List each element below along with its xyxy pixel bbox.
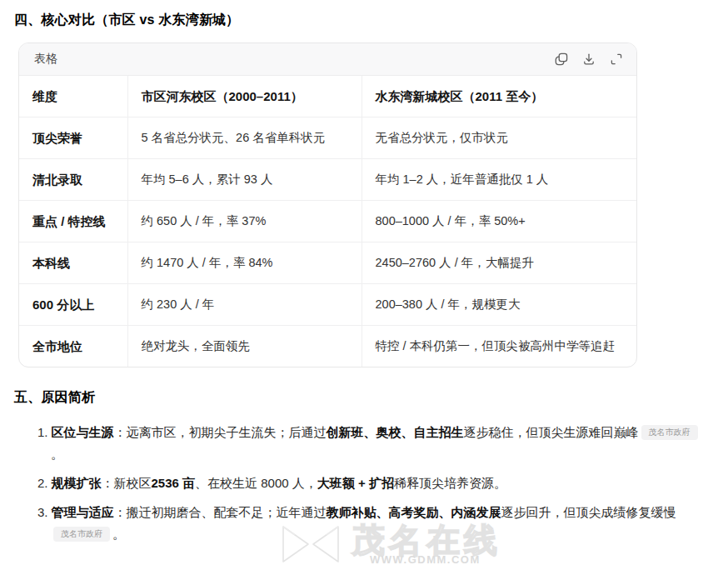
row-label-cell: 顶尖荣誉 <box>19 118 127 159</box>
text-segment: 大班额 + 扩招 <box>317 476 394 490</box>
column-header: 水东湾新城校区（2011 至今） <box>362 76 636 118</box>
row-label-cell: 本科线 <box>19 242 127 284</box>
analysis-item: 3.管理与适应：搬迁初期磨合、配套不足；近年通过教师补贴、高考奖励、内涵发展逐步… <box>37 502 704 545</box>
row-label-cell: 清北录取 <box>19 159 127 201</box>
column-header: 维度 <box>19 76 127 118</box>
item-number: 2. <box>37 476 48 490</box>
data-cell: 200–380 人 / 年，规模更大 <box>362 284 636 326</box>
document-page: 四、核心对比（市区 vs 水东湾新城） 表格 <box>0 0 728 545</box>
text-segment: 2536 亩 <box>152 476 196 490</box>
table-widget-card: 表格 <box>18 42 637 368</box>
comparison-table-body: 顶尖荣誉5 名省总分状元、26 名省单科状元无省总分状元，仅市状元清北录取年均 … <box>19 118 636 368</box>
analysis-item: 1.区位与生源：远离市区，初期尖子生流失；后通过创新班、奥校、自主招生逐步稳住，… <box>37 422 704 465</box>
sentence-end: 。 <box>51 447 63 461</box>
table-card-header: 表格 <box>19 43 636 76</box>
data-cell: 特控 / 本科仍第一，但顶尖被高州中学等追赶 <box>362 326 636 368</box>
copy-icon[interactable] <box>555 52 568 66</box>
data-cell: 年均 1–2 人，近年普通批仅 1 人 <box>362 159 636 201</box>
text-segment: 、在校生近 8000 人， <box>195 476 317 490</box>
text-segment: 区位与生源 <box>52 425 114 439</box>
data-cell: 年均 5–6 人，累计 93 人 <box>127 159 362 201</box>
data-cell: 无省总分状元，仅市状元 <box>362 118 636 159</box>
table-row: 本科线约 1470 人 / 年，率 84%2450–2760 人 / 年，大幅提… <box>19 242 636 284</box>
data-cell: 约 230 人 / 年 <box>127 284 362 326</box>
row-label-cell: 重点 / 特控线 <box>19 201 127 242</box>
table-row: 清北录取年均 5–6 人，累计 93 人年均 1–2 人，近年普通批仅 1 人 <box>19 159 636 201</box>
analysis-item: 2.规模扩张：新校区2536 亩、在校生近 8000 人，大班额 + 扩招稀释顶… <box>37 472 704 494</box>
text-segment: ：新校区 <box>102 476 152 490</box>
item-number: 1. <box>37 425 48 439</box>
data-cell: 约 650 人 / 年，率 37% <box>127 201 362 242</box>
row-label-cell: 全市地位 <box>19 326 127 368</box>
text-segment: ：远离市区，初期尖子生流失；后通过 <box>114 425 327 439</box>
data-cell: 约 1470 人 / 年，率 84% <box>127 242 362 284</box>
text-segment: 逐步回升，但顶尖成绩修复缓慢 <box>501 505 676 519</box>
data-cell: 800–1000 人 / 年，率 50%+ <box>362 201 636 242</box>
text-segment: 稀释顶尖培养资源。 <box>394 476 506 490</box>
item-number: 3. <box>37 505 48 519</box>
download-icon[interactable] <box>582 52 596 66</box>
citation-badge[interactable]: 茂名市政府 <box>641 425 698 440</box>
data-cell: 5 名省总分状元、26 名省单科状元 <box>127 118 362 159</box>
data-cell: 绝对龙头，全面领先 <box>127 326 362 368</box>
table-card-toolbar <box>555 52 623 66</box>
text-segment: 逐步稳住，但顶尖生源难回巅峰 <box>464 425 639 439</box>
citation-badge[interactable]: 茂名市政府 <box>53 527 110 542</box>
watermark-url-text: WWW.GDMM.COM <box>370 553 501 565</box>
row-label-cell: 600 分以上 <box>19 284 127 326</box>
text-segment: ：搬迁初期磨合、配套不足；近年通过 <box>114 505 327 519</box>
sentence-end: 。 <box>112 527 125 541</box>
comparison-table: 维度市区河东校区（2000–2011）水东湾新城校区（2011 至今） 顶尖荣誉… <box>19 76 636 367</box>
column-header: 市区河东校区（2000–2011） <box>127 76 362 118</box>
table-row: 600 分以上约 230 人 / 年200–380 人 / 年，规模更大 <box>19 284 636 326</box>
text-segment: 管理与适应 <box>52 505 114 519</box>
table-row: 全市地位绝对龙头，全面领先特控 / 本科仍第一，但顶尖被高州中学等追赶 <box>19 326 636 368</box>
text-segment: 规模扩张 <box>52 476 102 490</box>
data-cell: 2450–2760 人 / 年，大幅提升 <box>362 242 636 284</box>
section-heading-analysis: 五、原因简析 <box>14 389 705 407</box>
expand-icon[interactable] <box>610 52 623 66</box>
analysis-list: 1.区位与生源：远离市区，初期尖子生流失；后通过创新班、奥校、自主招生逐步稳住，… <box>14 422 705 545</box>
text-segment: 教师补贴、高考奖励、内涵发展 <box>327 505 501 519</box>
table-row: 重点 / 特控线约 650 人 / 年，率 37%800–1000 人 / 年，… <box>19 201 636 242</box>
table-header-row: 维度市区河东校区（2000–2011）水东湾新城校区（2011 至今） <box>19 76 636 118</box>
text-segment: 创新班、奥校、自主招生 <box>327 425 464 439</box>
section-heading-compare: 四、核心对比（市区 vs 水东湾新城） <box>14 12 705 29</box>
table-row: 顶尖荣誉5 名省总分状元、26 名省单科状元无省总分状元，仅市状元 <box>19 118 636 159</box>
table-card-title: 表格 <box>34 52 57 67</box>
